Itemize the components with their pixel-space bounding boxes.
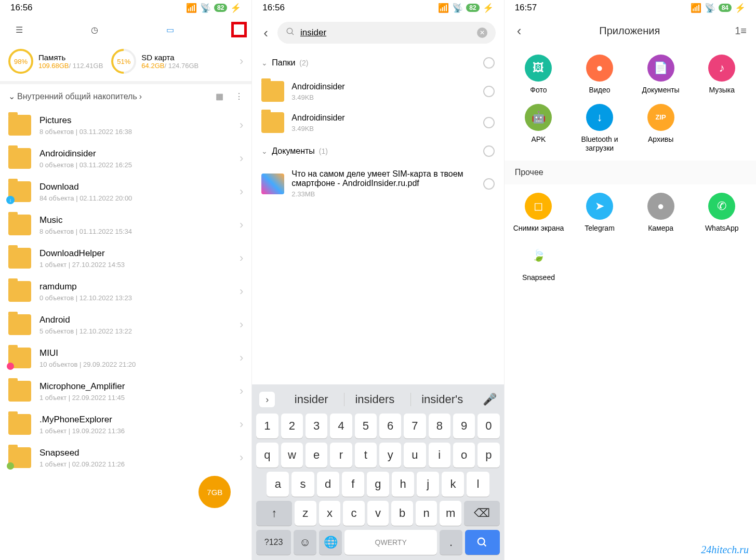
mic-icon[interactable]: 🎤 — [483, 393, 497, 406]
file-row[interactable]: DownloadHelper 1 объект | 27.10.2022 14:… — [0, 242, 251, 275]
app-item[interactable]: 🍃 Snapseed — [510, 242, 568, 282]
key-l[interactable]: l — [467, 472, 489, 497]
key-9[interactable]: 9 — [453, 414, 475, 438]
app-item[interactable]: ♪ Музыка — [693, 55, 751, 95]
select-radio[interactable] — [483, 86, 495, 97]
more-icon[interactable]: ⋮ — [235, 91, 243, 101]
key-3[interactable]: 3 — [306, 414, 327, 438]
sd-storage[interactable]: 51% SD карта 64.2GB/ 124.76GB — [111, 49, 198, 74]
key-8[interactable]: 8 — [429, 414, 450, 438]
menu-icon[interactable]: ☰ — [12, 23, 26, 36]
result-row[interactable]: Androidinsider 3.49KB — [252, 76, 503, 107]
numeric-key[interactable]: ?123 — [256, 530, 291, 555]
file-row[interactable]: MIUI 10 объектов | 29.09.2022 21:20 › — [0, 341, 251, 375]
select-all-radio[interactable] — [483, 57, 495, 69]
key-o[interactable]: o — [453, 443, 475, 468]
clear-icon[interactable]: ✕ — [477, 28, 487, 38]
key-0[interactable]: 0 — [478, 414, 499, 438]
expand-icon[interactable]: › — [259, 392, 275, 407]
search-icon[interactable] — [231, 22, 247, 37]
suggestion-word[interactable]: insider — [284, 393, 339, 406]
app-item[interactable]: 🤖 APK — [510, 104, 568, 153]
key-g[interactable]: g — [367, 472, 389, 497]
section-documents[interactable]: ⌄ Документы (1) — [252, 138, 503, 164]
key-f[interactable]: f — [342, 472, 364, 497]
key-s[interactable]: s — [291, 472, 314, 497]
select-radio[interactable] — [483, 178, 495, 190]
file-row[interactable]: Music 8 объектов | 01.11.2022 15:34 › — [0, 208, 251, 242]
recent-icon[interactable]: ◷ — [88, 23, 101, 36]
key-x[interactable]: x — [319, 501, 341, 526]
back-icon[interactable]: ‹ — [514, 23, 525, 39]
key-q[interactable]: q — [256, 443, 278, 468]
app-item[interactable]: 📄 Документы — [632, 55, 690, 95]
key-a[interactable]: a — [267, 472, 289, 497]
space-key[interactable]: QWERTY — [344, 530, 436, 555]
key-4[interactable]: 4 — [330, 414, 352, 438]
file-row[interactable]: .MyPhoneExplorer 1 объект | 19.09.2022 1… — [0, 408, 251, 441]
result-row[interactable]: Androidinsider 3.49KB — [252, 107, 503, 138]
key-h[interactable]: h — [392, 472, 414, 497]
file-row[interactable]: Download 84 объекта | 02.11.2022 20:00 › — [0, 175, 251, 208]
key-i[interactable]: i — [429, 443, 450, 468]
file-list[interactable]: Pictures 8 объектов | 03.11.2022 16:38 ›… — [0, 109, 251, 474]
path-bar[interactable]: ⌄ Внутренний общий накопитель › ▦ ⋮ — [0, 84, 251, 109]
result-row[interactable]: Что на самом деле умеет SIM-карта в твое… — [252, 164, 503, 203]
keyboard[interactable]: › insiderinsidersinsider's 🎤 1234567890 … — [252, 384, 503, 560]
search-key[interactable] — [465, 530, 500, 555]
suggestion-word[interactable]: insiders — [344, 393, 405, 406]
file-row[interactable]: ramdump 0 объектов | 12.10.2022 13:23 › — [0, 275, 251, 308]
search-input[interactable]: insider ✕ — [277, 22, 496, 44]
file-row[interactable]: Pictures 8 объектов | 03.11.2022 16:38 › — [0, 109, 251, 142]
key-2[interactable]: 2 — [281, 414, 303, 438]
file-row[interactable]: Snapseed 1 объект | 02.09.2022 11:26 › — [0, 441, 251, 474]
key-c[interactable]: c — [343, 501, 365, 526]
key-m[interactable]: m — [440, 501, 461, 526]
sort-icon[interactable]: 1≡ — [735, 25, 747, 37]
key-z[interactable]: z — [295, 501, 316, 526]
key-e[interactable]: e — [306, 443, 327, 468]
app-item[interactable]: ↓ Bluetooth и загрузки — [571, 104, 629, 153]
app-item[interactable]: ● Видео — [571, 55, 629, 95]
grid-view-icon[interactable]: ▦ — [216, 91, 223, 101]
key-y[interactable]: y — [379, 443, 401, 468]
suggestion-word[interactable]: insider's — [410, 393, 473, 406]
key-p[interactable]: p — [478, 443, 499, 468]
emoji-key[interactable]: ☺ — [294, 530, 316, 555]
file-row[interactable]: Android 5 объектов | 12.10.2022 13:22 › — [0, 308, 251, 341]
key-k[interactable]: k — [442, 472, 464, 497]
select-all-radio[interactable] — [483, 145, 495, 157]
app-item[interactable]: ✆ WhatsApp — [693, 193, 751, 233]
key-6[interactable]: 6 — [379, 414, 401, 438]
app-item[interactable]: ● Камера — [632, 193, 690, 233]
app-item[interactable]: ZIP Архивы — [632, 104, 690, 153]
key-v[interactable]: v — [367, 501, 389, 526]
period-key[interactable]: . — [440, 530, 462, 555]
key-t[interactable]: t — [355, 443, 377, 468]
cleanup-fab[interactable]: 7GB — [198, 476, 231, 508]
key-b[interactable]: b — [391, 501, 413, 526]
section-folders[interactable]: ⌄ Папки (2) — [252, 50, 503, 76]
key-u[interactable]: u — [404, 443, 426, 468]
shift-key[interactable]: ↑ — [256, 501, 292, 526]
key-j[interactable]: j — [417, 472, 439, 497]
backspace-key[interactable]: ⌫ — [464, 501, 500, 526]
key-1[interactable]: 1 — [256, 414, 278, 438]
key-r[interactable]: r — [330, 443, 352, 468]
folder-icon[interactable]: ▭ — [164, 23, 177, 36]
key-w[interactable]: w — [281, 443, 303, 468]
key-d[interactable]: d — [317, 472, 339, 497]
path-text[interactable]: ⌄ Внутренний общий накопитель › — [8, 91, 210, 101]
internal-storage[interactable]: 98% Память 109.68GB/ 112.41GB — [8, 49, 103, 74]
key-5[interactable]: 5 — [355, 414, 377, 438]
app-item[interactable]: ◻ Снимки экрана — [510, 193, 568, 233]
key-7[interactable]: 7 — [404, 414, 426, 438]
file-row[interactable]: Microphone_Amplifier 1 объект | 22.09.20… — [0, 375, 251, 408]
file-row[interactable]: Androidinsider 0 объектов | 03.11.2022 1… — [0, 142, 251, 175]
storage-summary[interactable]: 98% Память 109.68GB/ 112.41GB 51% SD кар… — [0, 44, 251, 84]
back-icon[interactable]: ‹ — [260, 25, 271, 41]
select-radio[interactable] — [483, 117, 495, 128]
app-item[interactable]: ➤ Telegram — [571, 193, 629, 233]
key-n[interactable]: n — [416, 501, 437, 526]
app-item[interactable]: 🖼 Фото — [510, 55, 568, 95]
